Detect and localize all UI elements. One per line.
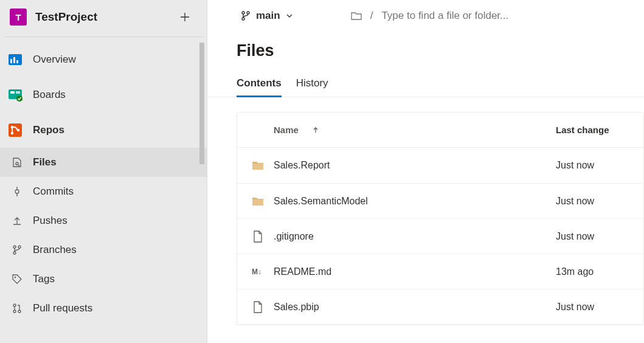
- nav-repos[interactable]: Repos: [0, 113, 207, 148]
- svg-point-17: [15, 277, 16, 279]
- sidebar: T TestProject Overview Boards Repos: [0, 0, 207, 343]
- chevron-down-icon: [285, 12, 294, 20]
- nav-boards[interactable]: Boards: [0, 77, 207, 113]
- svg-point-7: [16, 95, 23, 102]
- svg-point-14: [13, 246, 16, 248]
- folder-root-icon[interactable]: [351, 11, 362, 21]
- svg-rect-3: [16, 60, 18, 63]
- nav-overview[interactable]: Overview: [0, 42, 207, 77]
- files-icon: [11, 156, 23, 168]
- pull-requests-icon: [11, 302, 23, 314]
- main-content: main / Type to find a file or folder... …: [207, 0, 644, 343]
- file-name: README.md: [274, 266, 331, 277]
- file-icon: [252, 301, 264, 313]
- sidebar-scrollbar[interactable]: [199, 38, 206, 343]
- svg-point-18: [13, 304, 16, 307]
- svg-point-21: [242, 12, 244, 14]
- topbar: main / Type to find a file or folder...: [207, 0, 644, 27]
- nav-pull-requests[interactable]: Pull requests: [0, 294, 207, 323]
- commits-icon: [11, 185, 23, 198]
- file-icon: [252, 230, 264, 243]
- sort-asc-icon: [312, 126, 319, 134]
- overview-icon: [6, 50, 24, 69]
- nav-pushes[interactable]: Pushes: [0, 206, 207, 235]
- svg-point-20: [18, 310, 21, 313]
- path-breadcrumb: / Type to find a file or folder...: [351, 10, 509, 22]
- svg-point-9: [11, 126, 13, 128]
- file-table: Name Last change Sales.ReportJust nowSal…: [237, 112, 644, 325]
- svg-point-13: [15, 190, 19, 193]
- file-last-change: 13m ago: [556, 266, 629, 277]
- file-last-change: Just now: [556, 302, 629, 313]
- branch-name: main: [256, 10, 280, 22]
- folder-icon: [252, 195, 264, 207]
- file-name: Sales.Report: [274, 160, 330, 171]
- nav-tags[interactable]: Tags: [0, 265, 207, 294]
- table-row[interactable]: .gitignoreJust now: [237, 218, 643, 254]
- branch-selector[interactable]: main: [237, 7, 297, 24]
- markdown-icon: M↓: [252, 266, 264, 278]
- nav-branches-label: Branches: [33, 244, 77, 256]
- content-area: Name Last change Sales.ReportJust nowSal…: [207, 97, 644, 343]
- svg-rect-8: [9, 123, 22, 137]
- add-button[interactable]: [175, 7, 195, 27]
- tab-history[interactable]: History: [296, 74, 328, 97]
- page-title: Files: [207, 27, 644, 66]
- svg-rect-5: [10, 91, 15, 94]
- tabs: Contents History: [207, 66, 644, 97]
- nav-repos-label: Repos: [33, 124, 64, 136]
- header-name-label: Name: [274, 125, 299, 135]
- svg-point-12: [16, 162, 18, 165]
- nav-pushes-label: Pushes: [33, 215, 68, 227]
- table-row[interactable]: Sales.pbipJust now: [237, 289, 643, 324]
- plus-icon: [180, 12, 190, 22]
- svg-point-22: [242, 18, 244, 20]
- svg-point-15: [13, 252, 16, 254]
- svg-point-10: [11, 132, 13, 134]
- header-last-change[interactable]: Last change: [556, 125, 629, 135]
- nav-branches[interactable]: Branches: [0, 235, 207, 265]
- table-row[interactable]: M↓README.md13m ago: [237, 254, 643, 289]
- repos-icon: [6, 121, 24, 139]
- table-header: Name Last change: [237, 113, 643, 148]
- folder-icon: [252, 159, 264, 172]
- branches-icon: [11, 244, 23, 256]
- file-name: Sales.SemanticModel: [274, 196, 368, 207]
- project-avatar[interactable]: T: [10, 9, 27, 26]
- scrollbar-thumb[interactable]: [199, 43, 204, 164]
- sidebar-header: T TestProject: [4, 0, 203, 37]
- svg-rect-1: [10, 59, 12, 63]
- nav-tags-label: Tags: [33, 273, 55, 285]
- nav-files-label: Files: [33, 156, 57, 168]
- nav-commits[interactable]: Commits: [0, 177, 207, 206]
- file-last-change: Just now: [556, 231, 629, 242]
- file-name: .gitignore: [274, 231, 314, 242]
- svg-text:M↓: M↓: [252, 268, 261, 276]
- nav-files[interactable]: Files: [0, 148, 207, 177]
- nav-commits-label: Commits: [33, 185, 74, 198]
- file-last-change: Just now: [556, 160, 629, 171]
- path-separator: /: [370, 10, 373, 22]
- tags-icon: [11, 273, 23, 285]
- table-body: Sales.ReportJust nowSales.SemanticModelJ…: [237, 148, 643, 324]
- header-name[interactable]: Name: [252, 125, 556, 135]
- svg-point-19: [13, 310, 16, 313]
- file-name: Sales.pbip: [274, 302, 319, 313]
- branch-icon: [240, 10, 251, 21]
- path-search-input[interactable]: Type to find a file or folder...: [381, 10, 508, 22]
- boards-icon: [6, 86, 24, 104]
- nav-boards-label: Boards: [33, 89, 66, 101]
- table-row[interactable]: Sales.SemanticModelJust now: [237, 183, 643, 218]
- nav-overview-label: Overview: [33, 54, 76, 66]
- pushes-icon: [11, 215, 23, 227]
- svg-rect-2: [13, 57, 15, 63]
- svg-point-23: [247, 12, 249, 14]
- project-name[interactable]: TestProject: [35, 10, 175, 24]
- svg-rect-6: [16, 91, 20, 94]
- nav-list: Overview Boards Repos Files Commits: [0, 37, 207, 323]
- nav-pull-requests-label: Pull requests: [33, 302, 92, 314]
- tab-contents[interactable]: Contents: [237, 74, 282, 97]
- table-row[interactable]: Sales.ReportJust now: [237, 148, 643, 183]
- file-last-change: Just now: [556, 196, 629, 207]
- svg-point-16: [18, 246, 21, 248]
